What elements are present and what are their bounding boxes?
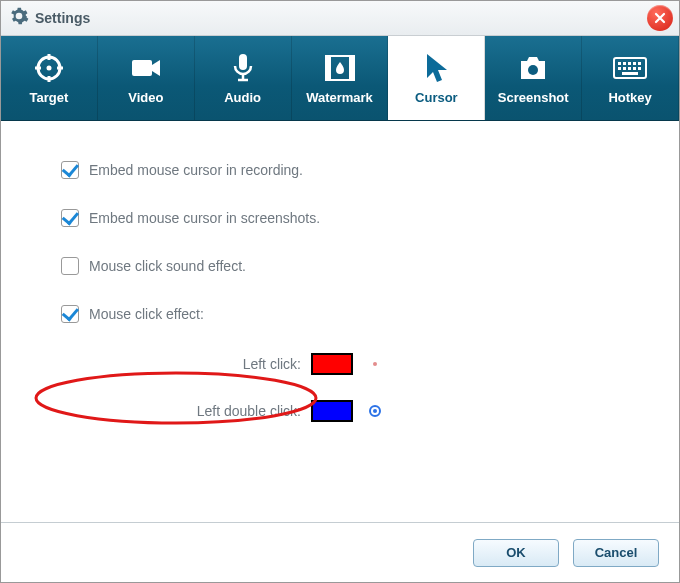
- cursor-arrow-icon: [423, 52, 449, 84]
- watermark-icon: [325, 52, 355, 84]
- crosshair-icon: [34, 52, 64, 84]
- left-click-preview-dot: [373, 362, 377, 366]
- tab-label: Target: [30, 90, 69, 105]
- option-click-effect: Mouse click effect:: [61, 305, 619, 323]
- tab-cursor[interactable]: Cursor: [388, 35, 485, 120]
- option-label: Mouse click sound effect.: [89, 258, 246, 274]
- option-label: Embed mouse cursor in recording.: [89, 162, 303, 178]
- checkbox-click-effect[interactable]: [61, 305, 79, 323]
- option-label: Mouse click effect:: [89, 306, 204, 322]
- svg-point-1: [46, 65, 51, 70]
- microphone-icon: [231, 52, 255, 84]
- tab-label: Screenshot: [498, 90, 569, 105]
- svg-rect-10: [623, 62, 626, 65]
- checkbox-embed-screenshots[interactable]: [61, 209, 79, 227]
- svg-point-7: [528, 65, 538, 75]
- left-double-click-color-swatch[interactable]: [311, 400, 353, 422]
- svg-rect-5: [326, 56, 331, 80]
- svg-rect-2: [132, 60, 152, 76]
- tab-label: Video: [128, 90, 163, 105]
- color-label: Left double click:: [141, 403, 301, 419]
- svg-rect-19: [622, 72, 638, 75]
- tab-label: Audio: [224, 90, 261, 105]
- camera-icon: [517, 52, 549, 84]
- svg-rect-11: [628, 62, 631, 65]
- ok-button[interactable]: OK: [473, 539, 559, 567]
- tab-label: Cursor: [415, 90, 458, 105]
- svg-rect-14: [618, 67, 621, 70]
- svg-rect-3: [239, 54, 247, 70]
- tab-hotkey[interactable]: Hotkey: [582, 36, 679, 120]
- tab-audio[interactable]: Audio: [195, 36, 292, 120]
- svg-rect-18: [638, 67, 641, 70]
- svg-rect-6: [349, 56, 354, 80]
- tab-video[interactable]: Video: [98, 36, 195, 120]
- left-double-click-preview-dot: [369, 405, 381, 417]
- titlebar: Settings: [1, 1, 679, 36]
- tab-target[interactable]: Target: [1, 36, 98, 120]
- left-click-color-swatch[interactable]: [311, 353, 353, 375]
- close-button[interactable]: [647, 5, 673, 31]
- option-label: Embed mouse cursor in screenshots.: [89, 210, 320, 226]
- tab-screenshot[interactable]: Screenshot: [485, 36, 582, 120]
- left-click-color-row: Left click:: [141, 353, 619, 375]
- option-embed-recording: Embed mouse cursor in recording.: [61, 161, 619, 179]
- tab-label: Watermark: [306, 90, 373, 105]
- checkbox-click-sound[interactable]: [61, 257, 79, 275]
- click-color-group: Left click: Left double click:: [141, 353, 619, 422]
- keyboard-icon: [613, 52, 647, 84]
- svg-rect-12: [633, 62, 636, 65]
- option-embed-screenshots: Embed mouse cursor in screenshots.: [61, 209, 619, 227]
- svg-rect-17: [633, 67, 636, 70]
- dialog-footer: OK Cancel: [1, 522, 679, 582]
- svg-rect-15: [623, 67, 626, 70]
- gear-icon: [9, 6, 29, 30]
- svg-rect-9: [618, 62, 621, 65]
- settings-window: Settings Target Video Audio: [0, 0, 680, 583]
- tabstrip: Target Video Audio Watermark Cursor: [1, 36, 679, 121]
- tab-label: Hotkey: [608, 90, 651, 105]
- cursor-settings-panel: Embed mouse cursor in recording. Embed m…: [1, 121, 679, 522]
- option-click-sound: Mouse click sound effect.: [61, 257, 619, 275]
- color-label: Left click:: [141, 356, 301, 372]
- checkbox-embed-recording[interactable]: [61, 161, 79, 179]
- svg-rect-16: [628, 67, 631, 70]
- svg-rect-13: [638, 62, 641, 65]
- video-camera-icon: [130, 52, 162, 84]
- tab-watermark[interactable]: Watermark: [292, 36, 389, 120]
- cancel-button[interactable]: Cancel: [573, 539, 659, 567]
- left-double-click-color-row: Left double click:: [141, 400, 619, 422]
- window-title: Settings: [35, 10, 90, 26]
